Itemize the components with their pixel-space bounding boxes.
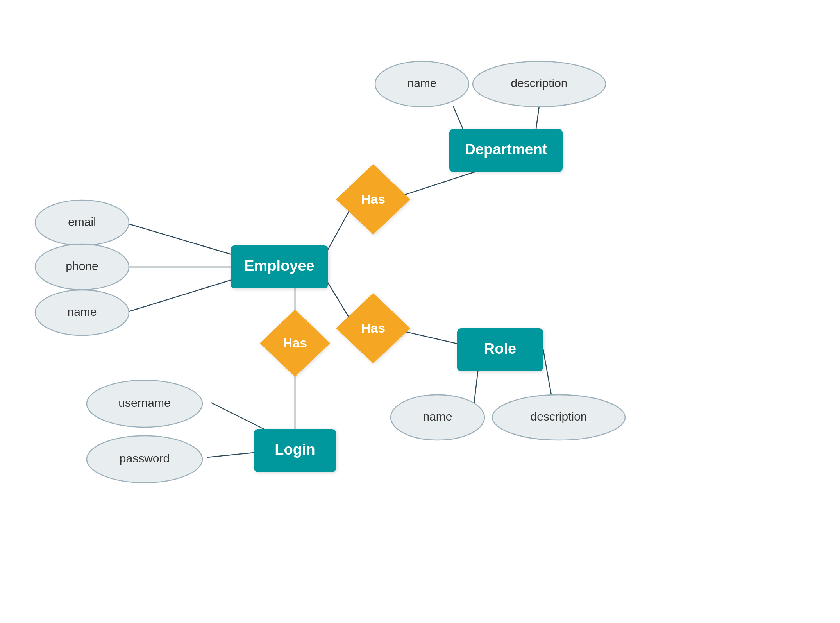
- attr-email-label: email: [68, 215, 96, 228]
- er-diagram: email phone name name description name d…: [0, 0, 840, 623]
- entity-role-label: Role: [484, 340, 516, 357]
- relation-has-dept-label: Has: [361, 192, 385, 206]
- relation-has-role-label: Has: [361, 320, 385, 335]
- attr-role-desc-label: description: [530, 410, 587, 423]
- attr-dept-desc-label: description: [511, 77, 567, 90]
- attr-dept-name-label: name: [407, 77, 436, 90]
- attr-role-name-label: name: [423, 410, 452, 423]
- relation-has-login-label: Has: [283, 335, 307, 350]
- entity-employee-label: Employee: [244, 258, 315, 274]
- attr-password-label: password: [120, 452, 170, 465]
- entity-department-label: Department: [465, 141, 547, 158]
- attr-name-label: name: [67, 305, 97, 318]
- entity-login-label: Login: [275, 441, 315, 458]
- attr-username-label: username: [118, 396, 170, 409]
- attr-phone-label: phone: [66, 260, 98, 272]
- line-login-username: [211, 403, 266, 430]
